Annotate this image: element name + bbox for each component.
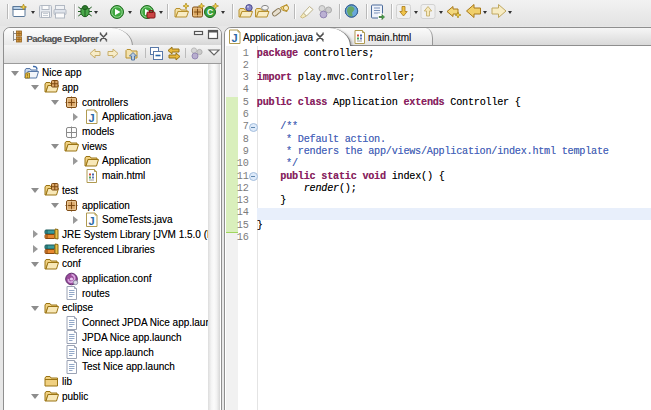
svg-text:C: C (207, 7, 213, 17)
